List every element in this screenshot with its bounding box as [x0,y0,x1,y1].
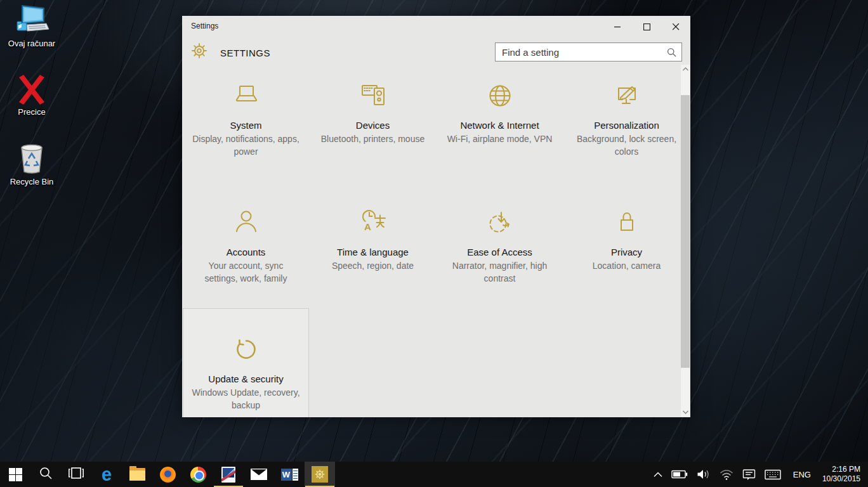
personalization-icon [612,80,642,112]
devices-icon [358,80,388,112]
tile-system[interactable]: System Display, notifications, apps, pow… [183,55,309,164]
tile-title: Privacy [611,247,642,258]
settings-tile-grid: System Display, notifications, apps, pow… [183,55,681,417]
tray-time: 2:16 PM [822,465,860,474]
scroll-up-icon[interactable] [681,65,690,74]
task-view-icon [69,467,84,481]
scrollbar-thumb[interactable] [681,95,690,368]
taskbar: e W [0,462,868,487]
file-explorer-icon [129,468,145,481]
window-title: Settings [191,22,218,30]
mail-icon [251,469,267,480]
search-icon [39,466,53,483]
scroll-down-icon[interactable] [681,408,690,417]
tile-subtitle: Display, notifications, apps, power [192,133,301,158]
broken-shortcut-x-icon [0,72,63,105]
taskbar-image-editor-button[interactable] [213,462,244,487]
action-center-icon[interactable] [738,462,760,487]
tile-subtitle: Your account, sync settings, work, famil… [192,259,301,285]
tile-ease-of-access[interactable]: Ease of Access Narrator, magnifier, high… [437,181,563,291]
maximize-button[interactable] [632,16,661,37]
taskbar-word-button[interactable]: W [274,462,305,487]
minimize-button[interactable] [603,16,632,37]
settings-gear-icon [312,466,328,483]
accounts-person-icon [231,207,261,238]
tile-title: Ease of Access [467,247,532,258]
chrome-icon [190,467,206,483]
tile-title: Update & security [208,373,283,385]
system-tray: ENG 2:16 PM 10/30/2015 [649,462,868,487]
tile-time-language[interactable]: A Time & language Speech, region, date [310,181,436,291]
desktop-icon-label: Ovaj računar [0,39,63,48]
desktop-icon-shortcuts[interactable]: Precice [0,72,63,117]
firefox-icon [160,467,176,483]
tile-devices[interactable]: Devices Bluetooth, printers, mouse [310,55,436,164]
desktop-icon-this-pc[interactable]: Ovaj računar [0,4,63,48]
tile-title: Time & language [337,247,409,258]
tile-subtitle: Speech, region, date [319,259,428,272]
taskbar-edge-button[interactable]: e [91,462,122,487]
tile-title: Network & Internet [460,120,539,131]
tile-title: Devices [356,120,390,131]
wifi-icon[interactable] [715,462,738,487]
image-editor-icon [221,467,235,483]
system-laptop-icon [231,80,261,112]
tray-date: 10/30/2015 [822,474,860,484]
tile-accounts[interactable]: Accounts Your account, sync settings, wo… [183,181,309,291]
ease-of-access-icon [485,207,515,238]
tile-update-security[interactable]: Update & security Windows Update, recove… [183,308,309,417]
tile-subtitle: Bluetooth, printers, mouse [319,133,428,145]
time-language-icon: A [358,207,388,238]
settings-window: Settings [182,16,690,417]
window-titlebar[interactable]: Settings [182,16,690,37]
desktop-icon-label: Recycle Bin [0,178,63,186]
tile-title: Accounts [227,247,266,258]
battery-icon[interactable] [667,462,692,487]
tile-privacy[interactable]: Privacy Location, camera [563,181,690,291]
show-hidden-icons-button[interactable] [649,462,667,487]
network-globe-icon [485,80,515,112]
taskbar-settings-button[interactable] [305,462,335,487]
start-button[interactable] [0,462,30,487]
desktop-icon-list: Ovaj računar Precice [0,4,63,186]
tile-subtitle: Windows Update, recovery, backup [192,386,301,412]
taskbar-chrome-button[interactable] [183,462,213,487]
recycle-bin-icon [0,142,63,175]
tile-subtitle: Location, camera [572,259,681,272]
close-button[interactable] [661,16,690,37]
volume-icon[interactable] [692,462,715,487]
tile-subtitle: Narrator, magnifier, high contrast [445,259,555,285]
taskbar-file-explorer-button[interactable] [122,462,152,487]
tile-personalization[interactable]: Personalization Background, lock screen,… [563,55,690,164]
tile-title: System [230,120,261,131]
task-view-button[interactable] [61,462,91,487]
svg-text:A: A [364,221,371,232]
word-icon: W [281,469,298,481]
privacy-lock-icon [612,207,642,238]
language-indicator[interactable]: ENG [786,462,819,487]
taskbar-firefox-button[interactable] [152,462,183,487]
desktop-icon-recycle-bin[interactable]: Recycle Bin [0,142,63,186]
windows-logo-icon [9,468,22,481]
this-pc-icon [0,4,63,37]
update-refresh-icon [231,334,261,365]
taskbar-mail-button[interactable] [244,462,274,487]
tile-subtitle: Background, lock screen, colors [572,133,681,158]
scrollbar[interactable] [681,65,690,417]
taskbar-clock[interactable]: 2:16 PM 10/30/2015 [819,465,868,484]
tile-title: Personalization [594,120,659,131]
tile-subtitle: Wi-Fi, airplane mode, VPN [445,133,555,145]
desktop-icon-label: Precice [0,108,63,117]
touch-keyboard-icon[interactable] [760,462,786,487]
taskbar-search-button[interactable] [30,462,61,487]
edge-icon: e [102,467,112,483]
tile-network[interactable]: Network & Internet Wi-Fi, airplane mode,… [437,55,563,164]
